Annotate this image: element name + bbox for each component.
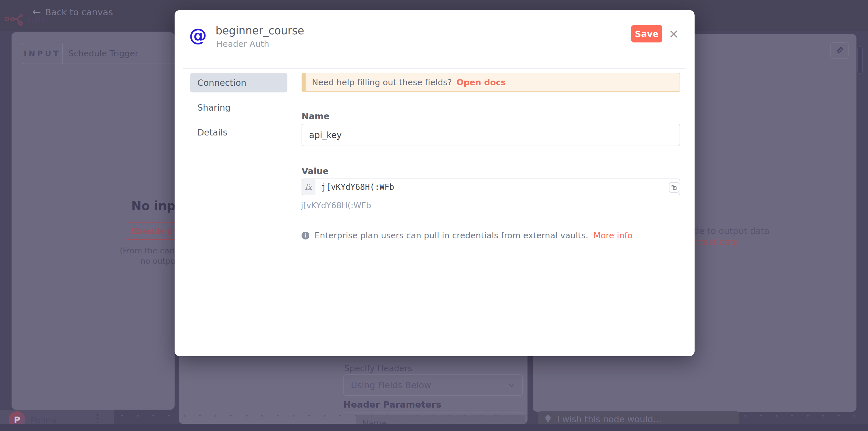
fx-expression-toggle[interactable]: fx [302,179,315,195]
expand-expression-icon [671,184,677,191]
specify-headers-label: Specify Headers [344,364,412,373]
value-input-wrap: fx [302,178,680,195]
chevron-down-icon [508,381,516,389]
wish-input[interactable] [557,414,718,424]
help-banner-text: Need help filling out these fields? [312,78,452,87]
help-banner-accent-strip [302,74,306,91]
open-docs-link[interactable]: Open docs [457,78,506,87]
credential-modal: @ beginner_course Header Auth Save ✕ Con… [175,10,694,356]
tab-connection[interactable]: Connection [190,73,287,92]
enterprise-info-row: i Enterprise plan users can pull in cred… [302,231,632,240]
lightbulb-icon [544,414,552,424]
canvas-zoom-controls[interactable] [857,46,863,74]
close-button[interactable]: ✕ [665,27,682,42]
help-banner: Need help filling out these fields? Open… [302,73,680,92]
bottom-status-bar [0,424,868,431]
at-credential-icon: @ [189,25,207,46]
pencil-icon: ✎ [835,45,844,56]
back-to-canvas-label: Back to canvas [45,7,113,17]
credential-subtitle: Header Auth [216,39,269,49]
credential-title[interactable]: beginner_course [216,25,304,37]
value-input[interactable] [315,179,680,195]
ndv-input-panel [11,32,175,410]
tab-details[interactable]: Details [190,122,287,142]
specify-headers-value: Using Fields Below [351,380,431,390]
no-output-note: no output [141,257,178,265]
name-label: Name [302,111,330,121]
more-info-link[interactable]: More info [594,231,633,240]
enterprise-info-text: Enterprise plan users can pull in creden… [314,231,588,240]
save-button[interactable]: Save [631,25,662,42]
tab-sharing[interactable]: Sharing [190,98,287,117]
canvas-dot-grid [114,408,856,425]
value-echo-text: j[vKYdY68H(:WFb [301,201,371,210]
set-test-data-link[interactable]: t test data [694,237,739,247]
n8n-logo-text: n8n [27,14,48,25]
specify-headers-select[interactable]: Using Fields Below [343,374,523,396]
edit-pencil-button[interactable]: ✎ [830,42,849,59]
name-input[interactable] [302,124,680,146]
value-label: Value [302,166,329,176]
input-source-box: INPUT Schedule Trigger [22,43,176,64]
info-icon: i [302,232,309,239]
input-source-select[interactable]: Schedule Trigger [63,49,175,58]
header-divider [183,68,686,69]
output-panel-text: de to output data [694,226,770,236]
input-tab[interactable]: INPUT [22,43,63,63]
n8n-logo-icon [5,15,26,26]
user-menu-kebab[interactable]: ⋮ [92,411,103,426]
expand-expression-button[interactable] [669,182,679,193]
modal-header: @ beginner_course Header Auth Save ✕ [175,10,694,68]
